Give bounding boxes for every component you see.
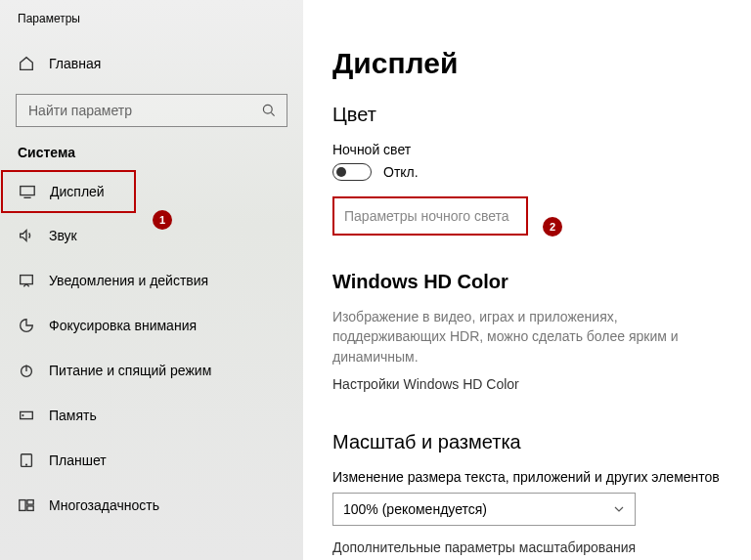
sidebar-item-sound[interactable]: Звук: [0, 213, 303, 258]
sidebar-item-focus[interactable]: Фокусировка внимания: [0, 303, 303, 348]
sidebar-item-label: Память: [49, 408, 97, 423]
power-icon: [18, 362, 35, 379]
color-heading: Цвет: [332, 104, 733, 126]
main-panel: Дисплей Цвет Ночной свет Откл. Параметры…: [303, 0, 751, 560]
annotation-badge-2: 2: [543, 217, 562, 237]
scale-dropdown[interactable]: 100% (рекомендуется): [332, 493, 636, 526]
hd-color-settings-link[interactable]: Настройки Windows HD Color: [332, 376, 733, 392]
sidebar-item-multitask[interactable]: Многозадачность: [0, 483, 303, 528]
hd-color-description: Изображение в видео, играх и приложениях…: [332, 307, 733, 366]
svg-rect-1: [21, 187, 34, 195]
svg-rect-2: [21, 276, 33, 284]
sidebar-item-label: Питание и спящий режим: [49, 363, 211, 378]
night-light-toggle[interactable]: [332, 163, 372, 181]
advanced-scaling-link[interactable]: Дополнительные параметры масштабирования: [332, 539, 733, 555]
hd-color-heading: Windows HD Color: [332, 271, 733, 293]
sidebar-item-label: Многозадачность: [49, 497, 159, 513]
sidebar-item-notifications[interactable]: Уведомления и действия: [0, 258, 303, 303]
scale-label: Изменение размера текста, приложений и д…: [332, 469, 733, 485]
chevron-down-icon: [613, 503, 625, 515]
page-title: Дисплей: [332, 47, 733, 80]
scale-dropdown-value: 100% (рекомендуется): [343, 501, 487, 517]
sidebar-item-label: Дисплей: [50, 184, 105, 199]
multitask-icon: [18, 496, 35, 514]
search-input-container[interactable]: [16, 94, 287, 127]
sidebar-item-label: Уведомления и действия: [49, 273, 208, 288]
annotation-badge-1: 1: [153, 210, 172, 230]
sidebar-item-storage[interactable]: Память: [0, 393, 303, 438]
scale-heading: Масштаб и разметка: [332, 431, 733, 453]
home-label: Главная: [49, 56, 101, 71]
focus-icon: [18, 317, 35, 334]
toggle-state-label: Откл.: [383, 164, 419, 180]
storage-icon: [18, 407, 35, 424]
sidebar-item-display[interactable]: Дисплей: [1, 170, 136, 213]
tablet-icon: [18, 452, 35, 469]
svg-rect-9: [27, 500, 33, 504]
search-input[interactable]: [26, 102, 240, 119]
home-icon: [18, 55, 35, 72]
svg-rect-10: [27, 506, 33, 511]
toggle-knob: [336, 167, 346, 177]
search-icon: [261, 103, 277, 118]
sidebar: Параметры Главная Система Дисплей 1: [0, 0, 303, 560]
night-light-label: Ночной свет: [332, 142, 733, 157]
sidebar-item-tablet[interactable]: Планшет: [0, 438, 303, 483]
notifications-icon: [18, 272, 35, 289]
night-light-settings-link[interactable]: Параметры ночного света: [332, 196, 528, 236]
sound-icon: [18, 227, 35, 244]
night-light-toggle-row: Откл.: [332, 163, 733, 181]
sidebar-item-label: Планшет: [49, 452, 107, 468]
svg-point-0: [263, 105, 272, 113]
svg-rect-8: [20, 500, 25, 511]
section-label: Система: [0, 145, 303, 170]
svg-point-7: [26, 464, 27, 465]
sidebar-item-power[interactable]: Питание и спящий режим: [0, 348, 303, 393]
display-icon: [19, 183, 36, 200]
home-button[interactable]: Главная: [0, 47, 303, 80]
svg-point-5: [22, 415, 23, 416]
sidebar-item-label: Фокусировка внимания: [49, 318, 197, 333]
window-title: Параметры: [0, 0, 303, 37]
sidebar-item-label: Звук: [49, 228, 77, 243]
